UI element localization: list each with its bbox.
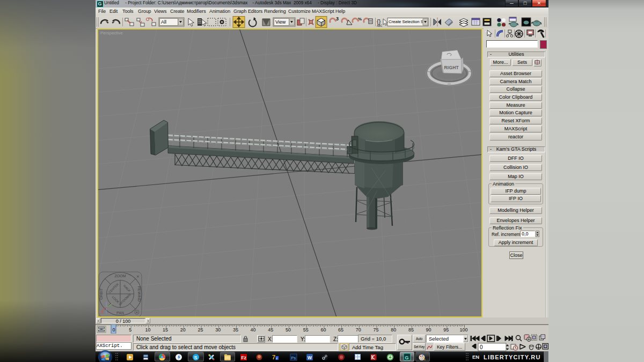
svg-text:65: 65 xyxy=(338,327,343,333)
svg-text:EN: EN xyxy=(472,354,479,360)
svg-text:REWIND: REWIND xyxy=(137,286,141,301)
svg-text:30: 30 xyxy=(215,327,221,333)
svg-text:View: View xyxy=(275,19,286,25)
svg-text:55: 55 xyxy=(303,327,309,333)
svg-text:G: G xyxy=(405,355,409,360)
svg-text:20: 20 xyxy=(180,327,186,333)
svg-text:PAN: PAN xyxy=(116,311,124,315)
svg-text:S: S xyxy=(194,355,197,360)
svg-text:All: All xyxy=(161,19,166,25)
svg-text:Ps: Ps xyxy=(291,356,296,360)
svg-text:90: 90 xyxy=(426,327,431,333)
svg-text:50: 50 xyxy=(286,327,291,333)
svg-text:100: 100 xyxy=(459,327,467,333)
svg-text:Create Selection Set: Create Selection Set xyxy=(389,19,427,24)
svg-text:80: 80 xyxy=(391,327,396,333)
svg-text:LIBERTYCITY.RU: LIBERTYCITY.RU xyxy=(484,354,541,360)
svg-text:✕: ✕ xyxy=(136,275,140,278)
svg-text:ABC: ABC xyxy=(377,24,383,27)
svg-text:10: 10 xyxy=(145,327,150,333)
svg-text:RIGHT: RIGHT xyxy=(444,65,459,70)
svg-text:85: 85 xyxy=(408,327,414,333)
svg-text:3: 3 xyxy=(336,16,339,21)
svg-text:W: W xyxy=(308,355,312,360)
svg-text:ORBIT: ORBIT xyxy=(99,288,103,300)
svg-text:5: 5 xyxy=(129,327,131,333)
svg-text:25: 25 xyxy=(197,327,203,333)
svg-text:7: 7 xyxy=(272,354,275,360)
svg-text:%: % xyxy=(358,17,362,21)
svg-text:35: 35 xyxy=(233,327,238,333)
svg-text:75: 75 xyxy=(373,327,378,333)
svg-text:95: 95 xyxy=(443,327,449,333)
svg-text:60: 60 xyxy=(320,327,326,333)
svg-text:Fz: Fz xyxy=(241,355,246,360)
svg-text:z: z xyxy=(276,357,277,360)
svg-text:0: 0 xyxy=(113,327,115,333)
svg-text:ZOOM: ZOOM xyxy=(115,274,126,278)
svg-text:70: 70 xyxy=(356,327,361,333)
svg-text:40: 40 xyxy=(251,327,256,333)
svg-text:15: 15 xyxy=(163,327,168,333)
svg-text:45: 45 xyxy=(268,327,273,333)
